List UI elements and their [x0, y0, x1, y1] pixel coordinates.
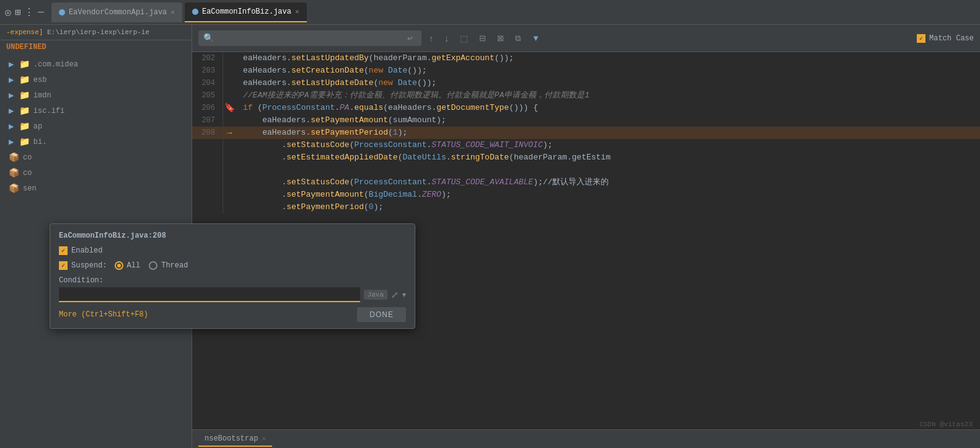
bp-enabled-checkbox[interactable]: [59, 246, 68, 255]
sidebar-item-5[interactable]: ▶ 📁 bi.: [0, 134, 192, 150]
sidebar-item-0[interactable]: ▶ 📁 .com.midea: [0, 56, 192, 72]
line-gutter: [223, 189, 236, 201]
bp-condition-input[interactable]: [59, 287, 360, 302]
line-content: .setStatusCode(ProcessConstant.STATUS_CO…: [236, 139, 980, 151]
sidebar-item-8[interactable]: 📦 sen: [0, 181, 192, 196]
align-left-btn[interactable]: ⊟: [477, 32, 488, 44]
search-input[interactable]: [218, 34, 404, 43]
wrap-btn[interactable]: ⬚: [457, 32, 470, 45]
bp-radio-all-label[interactable]: All: [115, 261, 141, 270]
line-number: 207: [192, 114, 223, 127]
split-icon[interactable]: ⊞: [15, 6, 21, 19]
line-content: eaHeaders.setLastUpdatedBy(headerParam.g…: [236, 52, 980, 65]
line-number: 208: [192, 127, 223, 139]
search-enter-icon[interactable]: ↩: [407, 33, 412, 43]
code-line: 208→ eaHeaders.setPaymentPeriod(1);: [192, 127, 980, 139]
code-line: [192, 164, 980, 176]
sidebar-item-label-3: isc.ifi: [33, 107, 64, 115]
code-line: .setEstimatedAppliedDate(DateUtils.strin…: [192, 151, 980, 164]
sidebar-item-2[interactable]: ▶ 📁 imdn: [0, 87, 192, 103]
sidebar-item-label-2: imdn: [33, 91, 51, 100]
line-content: [236, 164, 980, 176]
bp-dropdown-btn[interactable]: ▾: [402, 290, 406, 299]
bp-more-link[interactable]: More (Ctrl+Shift+F8): [59, 310, 148, 319]
line-number: [192, 139, 223, 151]
target-icon[interactable]: ◎: [5, 6, 11, 19]
sidebar-item-label-4: ap: [33, 122, 42, 131]
tab-dot: [192, 9, 198, 15]
tab-icons: ◎ ⊞ ⋮ —: [5, 6, 44, 19]
sidebar-item-6[interactable]: 📦 co: [0, 150, 192, 165]
search-up-btn[interactable]: ↑: [426, 32, 436, 45]
line-number: [192, 176, 223, 189]
tab-tab1[interactable]: EaVendorCommonApi.java ✕: [51, 2, 182, 22]
line-gutter: [223, 139, 236, 151]
line-content: if (ProcessConstant.PA.equals(eaHeaders.…: [236, 102, 980, 114]
line-gutter: [223, 114, 236, 127]
align-right-btn[interactable]: ⊠: [495, 32, 506, 44]
bp-enabled-label[interactable]: Enabled: [59, 246, 102, 255]
line-number: 202: [192, 52, 223, 65]
sidebar-item-icon-7: 📦: [9, 168, 19, 178]
bp-suspend-label[interactable]: Suspend:: [59, 261, 107, 270]
bp-enabled-row: Enabled: [59, 246, 406, 255]
sidebar-item-7[interactable]: 📦 co: [0, 165, 192, 181]
bottom-tab-close[interactable]: ✕: [262, 434, 266, 442]
bottom-tab-nsebootstrap[interactable]: nseBootstrap ✕: [198, 432, 272, 447]
line-content: .setPaymentAmount(BigDecimal.ZERO);: [236, 189, 980, 201]
code-line: .setStatusCode(ProcessConstant.STATUS_CO…: [192, 139, 980, 151]
bp-radio-thread[interactable]: [149, 261, 157, 270]
sidebar-item-icon-8: 📦: [9, 183, 19, 194]
minimize-icon[interactable]: —: [38, 7, 44, 18]
bp-suspend-row: Suspend: All Thread: [59, 261, 406, 270]
line-number: 205: [192, 89, 223, 102]
bp-radio-all[interactable]: [115, 261, 123, 270]
bp-expand-btn[interactable]: ⤢: [391, 290, 399, 300]
code-line: 203eaHeaders.setCreationDate(new Date())…: [192, 65, 980, 77]
sidebar-item-label-6: co: [23, 153, 32, 162]
copy-btn[interactable]: ⧉: [513, 32, 523, 45]
line-gutter: [223, 151, 236, 164]
sidebar-item-label-0: .com.midea: [33, 60, 78, 69]
line-number: [192, 164, 223, 176]
line-content: .setEstimatedAppliedDate(DateUtils.strin…: [236, 151, 980, 164]
line-content: eaHeaders.setLastUpdateDate(new Date());: [236, 77, 980, 89]
code-line: .setPaymentAmount(BigDecimal.ZERO);: [192, 189, 980, 201]
sidebar-item-icon-4: ▶ 📁: [9, 121, 30, 132]
search-down-btn[interactable]: ↓: [442, 32, 451, 45]
bp-radio-group: All Thread: [115, 261, 188, 270]
tab-dot: [59, 9, 65, 16]
sidebar-item-1[interactable]: ▶ 📁 esb: [0, 72, 192, 87]
match-case-wrap: Match Case: [917, 34, 974, 43]
line-content: //EAM接进来的PA需要补充：付款金额、付款期数逻辑。付款金额就是PA申请金额…: [236, 89, 980, 102]
tab-tab2[interactable]: EaCommonInfoBiz.java ✕: [185, 2, 307, 22]
sidebar-path-text: E:\ierp\ierp-iexp\ierp-ie: [47, 29, 149, 36]
tab-label: EaVendorCommonApi.java: [69, 8, 167, 17]
more-icon[interactable]: ⋮: [24, 6, 34, 19]
search-bar: 🔍 ↩ ↑ ↓ ⬚ ⊟ ⊠ ⧉ ▼ Match Case: [192, 25, 980, 52]
code-line: 206🔖if (ProcessConstant.PA.equals(eaHead…: [192, 102, 980, 114]
search-icon: 🔍: [203, 33, 214, 43]
tab-close[interactable]: ✕: [295, 7, 299, 16]
bp-footer: More (Ctrl+Shift+F8) DONE: [59, 307, 406, 322]
sidebar-item-3[interactable]: ▶ 📁 isc.ifi: [0, 103, 192, 119]
filter-btn[interactable]: ▼: [529, 32, 542, 44]
bp-title: EaCommonInfoBiz.java:208: [59, 231, 406, 240]
code-line: .setPaymentPeriod(0);: [192, 201, 980, 213]
sidebar-item-4[interactable]: ▶ 📁 ap: [0, 119, 192, 134]
bp-condition-label: Condition:: [59, 276, 406, 285]
line-number: 204: [192, 77, 223, 89]
tab-close[interactable]: ✕: [170, 8, 175, 16]
match-case-label: Match Case: [929, 34, 974, 43]
bp-suspend-checkbox[interactable]: [59, 261, 68, 270]
line-content: eaHeaders.setCreationDate(new Date());: [236, 65, 980, 77]
sidebar-item-icon-5: ▶ 📁: [9, 137, 30, 147]
search-input-wrapper[interactable]: 🔍 ↩: [198, 30, 422, 46]
match-case-checkbox[interactable]: [917, 34, 925, 43]
bp-lang-badge: Java: [364, 290, 387, 300]
sidebar-item-label-7: co: [23, 169, 32, 177]
breakpoint-arrow-icon: →: [227, 127, 232, 139]
line-content: eaHeaders.setPaymentAmount(sumAmount);: [236, 114, 980, 127]
bp-radio-thread-label[interactable]: Thread: [149, 261, 188, 270]
bp-done-btn[interactable]: DONE: [357, 307, 406, 322]
